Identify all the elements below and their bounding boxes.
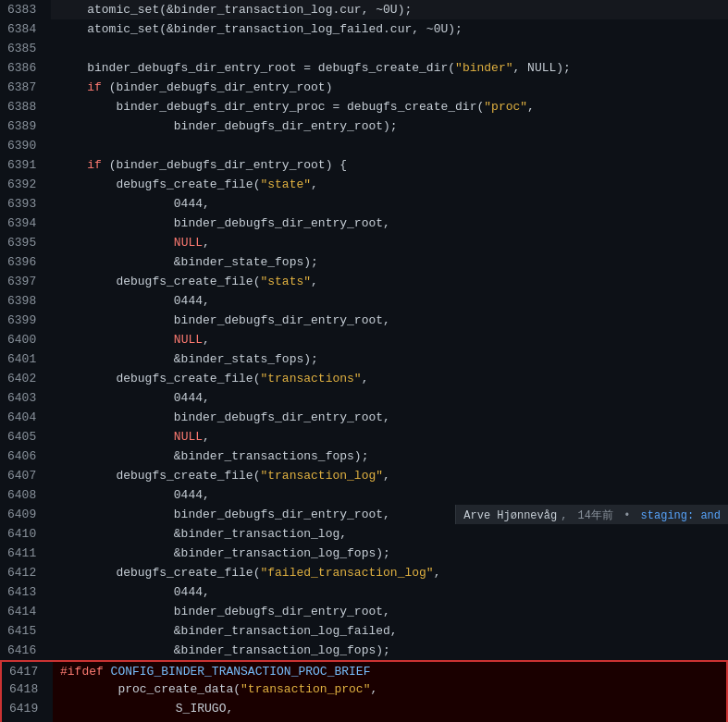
line-content: &binder_transaction_log_fops); — [51, 641, 728, 660]
line-content: #ifdef CONFIG_BINDER_TRANSACTION_PROC_BR… — [53, 662, 726, 679]
table-row: 6394 binder_debugfs_dir_entry_root, — [0, 214, 728, 233]
line-content: binder_debugfs_dir_entry_root, — [51, 214, 728, 233]
line-content: 0444, — [51, 582, 728, 602]
line-number: 6391 — [0, 155, 51, 175]
line-content: if (binder_debugfs_dir_entry_root) { — [51, 155, 728, 175]
table-row: 6418 proc_create_data("transaction_proc"… — [0, 679, 728, 699]
line-number: 6398 — [0, 291, 51, 311]
table-row: 6411 &binder_transaction_log_fops); — [0, 544, 728, 563]
table-row: 6396 &binder_state_fops); — [0, 252, 728, 272]
line-content: atomic_set(&binder_transaction_log_faile… — [51, 19, 728, 39]
line-number: 6406 — [0, 447, 51, 466]
line-content: debugfs_create_file("failed_transaction_… — [51, 563, 728, 582]
line-content: &binder_transaction_log, — [51, 524, 728, 544]
line-number: 6389 — [0, 116, 51, 136]
line-content: 0444, — [51, 388, 728, 408]
line-content: 0444, — [51, 485, 728, 505]
line-number: 6414 — [0, 602, 51, 621]
table-row: 6408 0444, — [0, 485, 728, 505]
line-content: if (binder_debugfs_dir_entry_root) — [51, 78, 728, 97]
line-number: 6410 — [0, 524, 51, 544]
line-number: 6395 — [0, 233, 51, 252]
table-row: 6389 binder_debugfs_dir_entry_root); — [0, 116, 728, 136]
table-row: 6407 debugfs_create_file("transaction_lo… — [0, 466, 728, 485]
table-row: 6387 if (binder_debugfs_dir_entry_root) — [0, 78, 728, 97]
table-row: 6393 0444, — [0, 194, 728, 214]
line-content: NULL, — [51, 427, 728, 447]
table-row: 6385 — [0, 39, 728, 58]
line-content: proc_create_data("transaction_proc", — [53, 679, 726, 699]
line-number: 6400 — [0, 330, 51, 349]
git-blame-tooltip: Arve Hjønnevåg, 14年前 • staging: and — [455, 505, 728, 524]
table-row: 6397 debugfs_create_file("stats", — [0, 272, 728, 291]
table-row: 6402 debugfs_create_file("transactions", — [0, 369, 728, 388]
table-row: 6416 &binder_transaction_log_fops); — [0, 641, 728, 660]
line-number: 6399 — [0, 311, 51, 330]
line-number: 6386 — [0, 58, 51, 78]
table-row: 6398 0444, — [0, 291, 728, 311]
table-row: 6384 atomic_set(&binder_transaction_log_… — [0, 19, 728, 39]
line-number: 6383 — [0, 0, 51, 19]
line-content: &binder_transaction_log_failed, — [51, 621, 728, 641]
table-row: 6404 binder_debugfs_dir_entry_root, — [0, 408, 728, 427]
table-row: 6399 binder_debugfs_dir_entry_root, — [0, 311, 728, 330]
table-row: 6395 NULL, — [0, 233, 728, 252]
line-number: 6387 — [0, 78, 51, 97]
line-number: 6416 — [0, 641, 51, 660]
line-number: 6419 — [2, 699, 53, 718]
line-number: 6385 — [0, 39, 51, 58]
line-number: 6409 — [0, 505, 51, 524]
line-number: 6415 — [0, 621, 51, 641]
table-row: 6383 atomic_set(&binder_transaction_log.… — [0, 0, 728, 19]
line-number: 6393 — [0, 194, 51, 214]
line-number: 6397 — [0, 272, 51, 291]
line-content: NULL, — [51, 330, 728, 349]
table-row: 6405 NULL, — [0, 427, 728, 447]
line-number: 6392 — [0, 175, 51, 194]
line-number: 6384 — [0, 19, 51, 39]
line-number: 6412 — [0, 563, 51, 582]
line-number: 6390 — [0, 136, 51, 155]
line-content: debugfs_create_file("stats", — [51, 272, 728, 291]
line-number: 6408 — [0, 485, 51, 505]
line-content: atomic_set(&binder_transaction_log.cur, … — [51, 0, 728, 19]
line-number: 6405 — [0, 427, 51, 447]
line-number: 6404 — [0, 408, 51, 427]
line-content: binder_debugfs_dir_entry_proc = debugfs_… — [51, 97, 728, 116]
line-content: binder_debugfs_dir_entry_root); — [51, 116, 728, 136]
table-row: 6415 &binder_transaction_log_failed, — [0, 621, 728, 641]
table-row: 6388 binder_debugfs_dir_entry_proc = deb… — [0, 97, 728, 116]
table-row: 6409 binder_debugfs_dir_entry_root,Arve … — [0, 505, 728, 524]
table-row: 6401 &binder_stats_fops); — [0, 349, 728, 369]
table-row: 6390 — [0, 136, 728, 155]
line-number: 6402 — [0, 369, 51, 388]
table-row: 6391 if (binder_debugfs_dir_entry_root) … — [0, 155, 728, 175]
table-row: 6386 binder_debugfs_dir_entry_root = deb… — [0, 58, 728, 78]
table-row: 6392 debugfs_create_file("state", — [0, 175, 728, 194]
line-number: 6418 — [2, 679, 53, 699]
line-number: 6401 — [0, 349, 51, 369]
line-content: binder_debugfs_dir_entry_root = debugfs_… — [51, 58, 728, 78]
line-content: &binder_transaction_log_fops); — [51, 544, 728, 563]
table-row: 6410 &binder_transaction_log, — [0, 524, 728, 544]
line-content: debugfs_create_file("state", — [51, 175, 728, 194]
line-number: 6413 — [0, 582, 51, 602]
table-row: 6414 binder_debugfs_dir_entry_root, — [0, 602, 728, 621]
table-row: 6406 &binder_transactions_fops); — [0, 447, 728, 466]
line-content — [51, 136, 728, 155]
line-number: 6420 — [2, 718, 53, 722]
line-content: S_IRUGO, — [53, 699, 726, 718]
line-content: binder_debugfs_dir_entry_root, — [51, 311, 728, 330]
line-number: 6394 — [0, 214, 51, 233]
line-content: 0444, — [51, 194, 728, 214]
line-content: debugfs_create_file("transaction_log", — [51, 466, 728, 485]
table-row: 6400 NULL, — [0, 330, 728, 349]
table-row: 6403 0444, — [0, 388, 728, 408]
table-row: 6417#ifdef CONFIG_BINDER_TRANSACTION_PRO… — [0, 660, 728, 679]
line-number: 6407 — [0, 466, 51, 485]
line-content: debugfs_create_file("transactions", — [51, 369, 728, 388]
line-content: &binder_stats_fops); — [51, 349, 728, 369]
line-content — [51, 39, 728, 58]
table-row: 6412 debugfs_create_file("failed_transac… — [0, 563, 728, 582]
line-content: 0444, — [51, 291, 728, 311]
